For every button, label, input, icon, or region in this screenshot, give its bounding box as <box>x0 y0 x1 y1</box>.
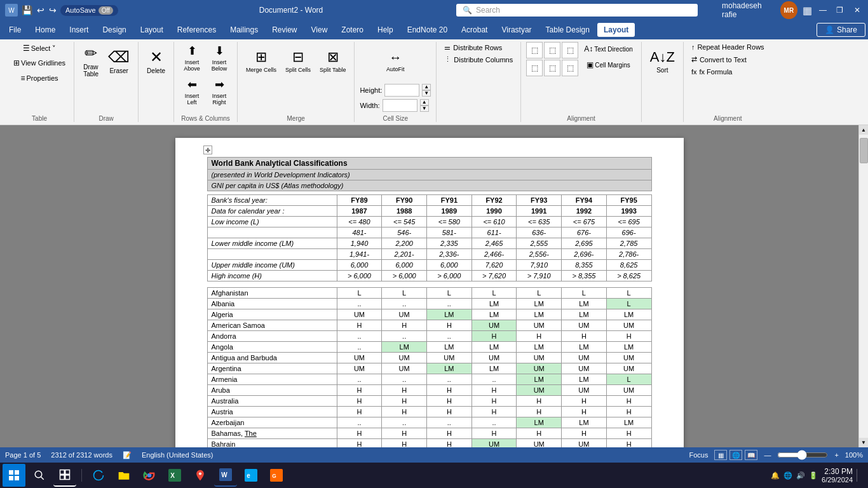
align-mid-right[interactable]: ⬚ <box>562 60 578 76</box>
lm2-fy95: 2,786- <box>606 249 651 260</box>
taskbar-taskview[interactable] <box>53 464 76 487</box>
menu-endnote[interactable]: EndNote 20 <box>401 23 454 37</box>
delete-button[interactable]: ✕ Delete <box>144 42 168 80</box>
menu-acrobat[interactable]: Acrobat <box>455 23 494 37</box>
split-cells-button[interactable]: ⊟ Split Cells <box>282 42 314 80</box>
align-top-left[interactable]: ⬚ <box>526 42 543 58</box>
taskbar-gaomon[interactable]: G <box>265 464 288 487</box>
menu-table-design[interactable]: Table Design <box>539 23 596 37</box>
close-button[interactable]: ✕ <box>851 4 863 17</box>
align-top-right[interactable]: ⬚ <box>562 42 578 58</box>
taskbar-start[interactable] <box>3 464 25 487</box>
scroll-track[interactable] <box>859 135 869 438</box>
print-layout-btn[interactable]: ▦ <box>714 450 727 460</box>
eraser-button[interactable]: ⌫ Eraser <box>105 42 133 80</box>
menu-help[interactable]: Help <box>371 23 400 37</box>
autosave-label: AutoSave <box>65 6 96 14</box>
insert-left-button[interactable]: ⬅ Insert Left <box>179 76 205 107</box>
formula-button[interactable]: fx fx Formula <box>689 67 767 77</box>
menu-design[interactable]: Design <box>96 23 132 37</box>
show-desktop[interactable] <box>857 469 860 482</box>
draw-table-button[interactable]: ✏ DrawTable <box>79 42 102 80</box>
taskbar-search[interactable] <box>28 464 51 487</box>
align-mid-center[interactable]: ⬚ <box>544 60 560 76</box>
autofit-button[interactable]: ↔ AutoFit <box>383 42 408 80</box>
taskbar-volume[interactable]: 🔊 <box>796 471 805 480</box>
text-direction-button[interactable]: A↕ Text Direction <box>581 42 636 56</box>
right-scrollbar: ▲ ▼ <box>858 125 868 447</box>
zoom-out[interactable]: — <box>764 451 771 459</box>
distribute-rows-button[interactable]: ⚌ Distribute Rows <box>442 42 515 53</box>
convert-text-button[interactable]: ⇄ Convert to Text <box>689 54 767 65</box>
height-down[interactable]: ▼ <box>422 90 431 97</box>
text-dir-margin: A↕ Text Direction ▣ Cell Margins <box>581 42 636 72</box>
menu-layout[interactable]: Layout <box>134 23 170 37</box>
menu-insert[interactable]: Insert <box>63 23 95 37</box>
select-button[interactable]: ☰ Select ˅ <box>20 42 60 55</box>
save-button[interactable]: 💾 <box>20 4 34 17</box>
minimize-button[interactable]: — <box>817 4 829 17</box>
menu-virastyar[interactable]: Virastyar <box>495 23 538 37</box>
read-mode-btn[interactable]: 📖 <box>745 450 757 460</box>
insert-below-button[interactable]: ⬇ Insert Below <box>207 42 232 74</box>
cell-margins-button[interactable]: ▣ Cell Margins <box>581 58 636 72</box>
distribute-rows-label: Distribute Rows <box>453 44 502 51</box>
menu-zotero[interactable]: Zotero <box>335 23 370 37</box>
undo-button[interactable]: ↩ <box>36 4 46 17</box>
table-move-handle[interactable]: ✛ <box>203 146 212 154</box>
delete-icon: ✕ <box>150 48 163 66</box>
redo-button[interactable]: ↪ <box>48 4 58 17</box>
menu-layout-table[interactable]: Layout <box>597 23 635 37</box>
doc-content[interactable]: ✛ World Bank Analytical Classifications … <box>0 125 858 447</box>
insert-above-button[interactable]: ⬆ Insert Above <box>179 42 205 74</box>
taskbar-excel[interactable]: X <box>163 464 186 487</box>
width-down[interactable]: ▼ <box>420 105 429 112</box>
scroll-down[interactable]: ▼ <box>859 438 869 447</box>
height-input[interactable] <box>384 84 419 97</box>
share-button[interactable]: 👤 Share <box>817 23 865 37</box>
menu-view[interactable]: View <box>305 23 334 37</box>
view-gridlines-button[interactable]: ⊞ View Gridlines <box>10 56 69 70</box>
menu-references[interactable]: References <box>171 23 222 37</box>
search-box[interactable]: 🔍 Search <box>456 4 698 17</box>
country-row-angola: Angola .. LM LM LM LM LM LM <box>207 342 651 353</box>
repeat-header-button[interactable]: ↑ Repeat Header Rows <box>689 42 767 52</box>
zoom-slider[interactable] <box>777 450 828 460</box>
align-top-center[interactable]: ⬚ <box>544 42 560 58</box>
word-count: 2312 of 2312 words <box>51 451 112 459</box>
taskbar-word[interactable]: W <box>214 464 237 487</box>
insert-below-icon: ⬇ <box>215 44 224 58</box>
align-mid-left[interactable]: ⬚ <box>526 60 543 76</box>
split-table-button[interactable]: ⊠ Split Table <box>316 42 349 80</box>
sort-button[interactable]: A↓Z Sort <box>647 42 678 80</box>
menu-home[interactable]: Home <box>29 23 62 37</box>
taskbar-clock[interactable]: 2:30 PM 6/29/2024 <box>822 467 853 484</box>
distribute-cols-button[interactable]: ⋮ Distribute Columns <box>442 54 515 65</box>
taskbar-edge2[interactable]: e <box>240 464 262 487</box>
taskbar-right: 🔔 🌐 🔊 🔋 2:30 PM 6/29/2024 <box>766 467 865 484</box>
ribbon-display-btn[interactable]: ▦ <box>803 4 812 17</box>
taskbar-maps[interactable] <box>189 464 212 487</box>
menu-file[interactable]: File <box>3 23 27 37</box>
taskbar-chrome[interactable] <box>138 464 161 487</box>
menu-mailings[interactable]: Mailings <box>224 23 264 37</box>
restore-button[interactable]: ❐ <box>834 4 846 17</box>
scroll-thumb[interactable] <box>860 138 868 163</box>
insert-right-button[interactable]: ➡ Insert Right <box>207 76 232 107</box>
zoom-in[interactable]: + <box>834 451 838 459</box>
height-up[interactable]: ▲ <box>422 84 431 90</box>
focus-label[interactable]: Focus <box>689 451 708 459</box>
scroll-up[interactable]: ▲ <box>859 125 869 135</box>
width-input[interactable] <box>383 99 417 112</box>
web-layout-btn[interactable]: 🌐 <box>729 450 742 460</box>
properties-button[interactable]: ≡ Properties <box>17 71 61 85</box>
taskbar-explorer[interactable] <box>112 464 135 487</box>
taskbar-edge[interactable] <box>87 464 110 487</box>
merge-cells-button[interactable]: ⊞ Merge Cells <box>243 42 280 80</box>
insert-left-label: Insert Left <box>182 93 201 105</box>
width-up[interactable]: ▲ <box>420 99 429 105</box>
taskbar-network[interactable]: 🌐 <box>783 471 792 480</box>
menu-review[interactable]: Review <box>266 23 303 37</box>
autosave-toggle[interactable]: AutoSave Off <box>60 5 118 16</box>
taskbar-notif[interactable]: 🔔 <box>771 471 780 480</box>
